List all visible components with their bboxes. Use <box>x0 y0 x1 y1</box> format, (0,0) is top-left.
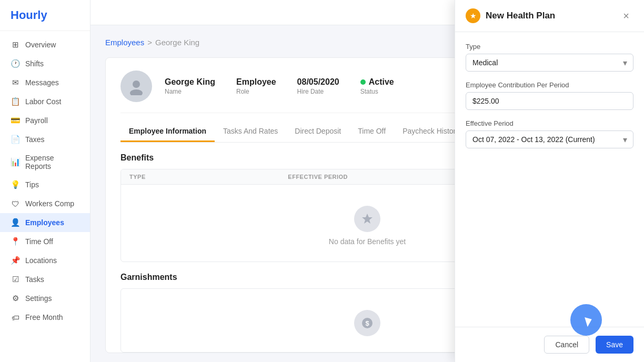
col-type-header: TYPE <box>129 174 288 180</box>
svg-point-1 <box>130 89 143 95</box>
tasks-icon: ☑ <box>11 275 20 284</box>
employee-name-field: George King Name <box>165 77 215 95</box>
sidebar: Hourly ⊞ Overview 🕐 Shifts ✉ Messages 📋 … <box>0 0 90 362</box>
employee-hire-date-field: 08/05/2020 Hire Date <box>297 77 339 95</box>
type-label: Type <box>466 43 633 51</box>
sidebar-item-messages[interactable]: ✉ Messages <box>0 73 90 92</box>
contribution-label: Employee Contribution Per Period <box>466 81 633 89</box>
panel-title-row: ★ New Health Plan <box>466 8 555 23</box>
panel-header: ★ New Health Plan × <box>455 0 644 32</box>
sidebar-item-label: Expense Reports <box>25 154 79 170</box>
sidebar-item-label: Time Off <box>25 237 53 246</box>
breadcrumb-current: George King <box>155 38 199 47</box>
sidebar-item-label: Employees <box>25 218 64 227</box>
sidebar-item-employees[interactable]: 👤 Employees <box>0 213 90 232</box>
sidebar-item-label: Overview <box>25 41 56 49</box>
sidebar-item-expense-reports[interactable]: 📊 Expense Reports <box>0 149 90 175</box>
sidebar-item-workers-comp[interactable]: 🛡 Workers Comp <box>0 194 90 213</box>
sidebar-item-time-off[interactable]: 📍 Time Off <box>0 232 90 251</box>
breadcrumb-parent[interactable]: Employees <box>105 38 144 47</box>
sidebar-item-free-month[interactable]: 🏷 Free Month <box>0 308 90 327</box>
cursor-indicator <box>570 304 602 336</box>
settings-icon: ⚙ <box>11 294 20 303</box>
employee-role-label: Role <box>236 88 276 95</box>
messages-icon: ✉ <box>11 78 20 87</box>
panel-star-icon: ★ <box>466 8 480 23</box>
sidebar-item-payroll[interactable]: 💳 Payroll <box>0 111 90 130</box>
status-badge: Active <box>360 77 394 87</box>
svg-text:$: $ <box>365 319 369 327</box>
status-dot <box>360 79 366 85</box>
panel-close-button[interactable]: × <box>619 8 633 23</box>
employee-status-field: Active Status <box>360 77 394 95</box>
benefits-empty-icon <box>354 206 380 232</box>
type-field: Type Medical Dental Vision <box>466 43 633 72</box>
employee-status-label: Status <box>360 88 394 95</box>
sidebar-item-label: Taxes <box>25 135 45 144</box>
tab-direct-deposit[interactable]: Direct Deposit <box>286 122 349 142</box>
employee-hire-date: 08/05/2020 <box>297 77 339 87</box>
effective-period-select-wrapper: Oct 07, 2022 - Oct 13, 2022 (Current) <box>466 130 633 148</box>
sidebar-item-overview[interactable]: ⊞ Overview <box>0 35 90 54</box>
benefits-empty-text: No data for Benefits yet <box>329 237 406 246</box>
panel-footer: Cancel Save <box>455 327 644 362</box>
type-select[interactable]: Medical Dental Vision <box>466 54 633 72</box>
svg-point-0 <box>133 81 140 88</box>
employee-role-field: Employee Role <box>236 77 276 95</box>
sidebar-nav: ⊞ Overview 🕐 Shifts ✉ Messages 📋 Labor C… <box>0 31 90 362</box>
save-button[interactable]: Save <box>596 336 633 354</box>
sidebar-item-label: Workers Comp <box>25 199 74 208</box>
sidebar-item-taxes[interactable]: 📄 Taxes <box>0 130 90 149</box>
locations-icon: 📌 <box>11 256 20 265</box>
workers-comp-icon: 🛡 <box>11 199 20 208</box>
health-plan-panel: ★ New Health Plan × Type Medical Dental … <box>455 0 644 362</box>
labor-cost-icon: 📋 <box>11 97 20 106</box>
sidebar-item-label: Tips <box>25 180 39 189</box>
sidebar-item-label: Settings <box>25 294 52 303</box>
overview-icon: ⊞ <box>11 40 20 49</box>
employee-name: George King <box>165 77 215 87</box>
employee-name-label: Name <box>165 88 215 95</box>
tab-time-off[interactable]: Time Off <box>349 122 394 142</box>
app-logo: Hourly <box>0 0 90 31</box>
cancel-button[interactable]: Cancel <box>544 336 589 354</box>
time-off-icon: 📍 <box>11 237 20 246</box>
contribution-input[interactable] <box>466 92 633 110</box>
employees-icon: 👤 <box>11 218 20 227</box>
panel-body: Type Medical Dental Vision Employee Cont… <box>455 32 644 327</box>
tab-employee-information[interactable]: Employee Information <box>120 122 215 142</box>
contribution-field: Employee Contribution Per Period <box>466 81 633 110</box>
sidebar-item-settings[interactable]: ⚙ Settings <box>0 289 90 308</box>
effective-period-label: Effective Period <box>466 119 633 127</box>
sidebar-item-labor-cost[interactable]: 📋 Labor Cost <box>0 92 90 111</box>
expense-reports-icon: 📊 <box>11 157 20 167</box>
sidebar-item-shifts[interactable]: 🕐 Shifts <box>0 54 90 73</box>
sidebar-item-label: Labor Cost <box>25 97 61 106</box>
tips-icon: 💡 <box>11 180 20 189</box>
sidebar-item-label: Tasks <box>25 275 44 284</box>
effective-period-select[interactable]: Oct 07, 2022 - Oct 13, 2022 (Current) <box>466 130 633 148</box>
employee-hire-date-label: Hire Date <box>297 88 339 95</box>
sidebar-item-tips[interactable]: 💡 Tips <box>0 175 90 194</box>
payroll-icon: 💳 <box>11 116 20 125</box>
taxes-icon: 📄 <box>11 135 20 144</box>
sidebar-item-label: Shifts <box>25 59 44 68</box>
panel-title: New Health Plan <box>486 11 555 21</box>
employee-status: Active <box>369 77 394 87</box>
sidebar-item-label: Messages <box>25 78 59 87</box>
sidebar-item-label: Payroll <box>25 116 48 125</box>
garnishments-empty-icon: $ <box>354 310 380 336</box>
svg-marker-2 <box>362 214 373 224</box>
tab-tasks-and-rates[interactable]: Tasks And Rates <box>215 122 286 142</box>
avatar <box>120 71 152 102</box>
sidebar-item-locations[interactable]: 📌 Locations <box>0 251 90 270</box>
free-month-icon: 🏷 <box>11 313 20 322</box>
type-select-wrapper: Medical Dental Vision <box>466 54 633 72</box>
sidebar-item-label: Free Month <box>25 313 63 321</box>
sidebar-item-tasks[interactable]: ☑ Tasks <box>0 270 90 289</box>
employee-role: Employee <box>236 77 276 87</box>
breadcrumb-separator: > <box>147 38 152 47</box>
effective-period-field: Effective Period Oct 07, 2022 - Oct 13, … <box>466 119 633 148</box>
employee-fields: George King Name Employee Role 08/05/202… <box>165 77 394 95</box>
shifts-icon: 🕐 <box>11 59 20 68</box>
